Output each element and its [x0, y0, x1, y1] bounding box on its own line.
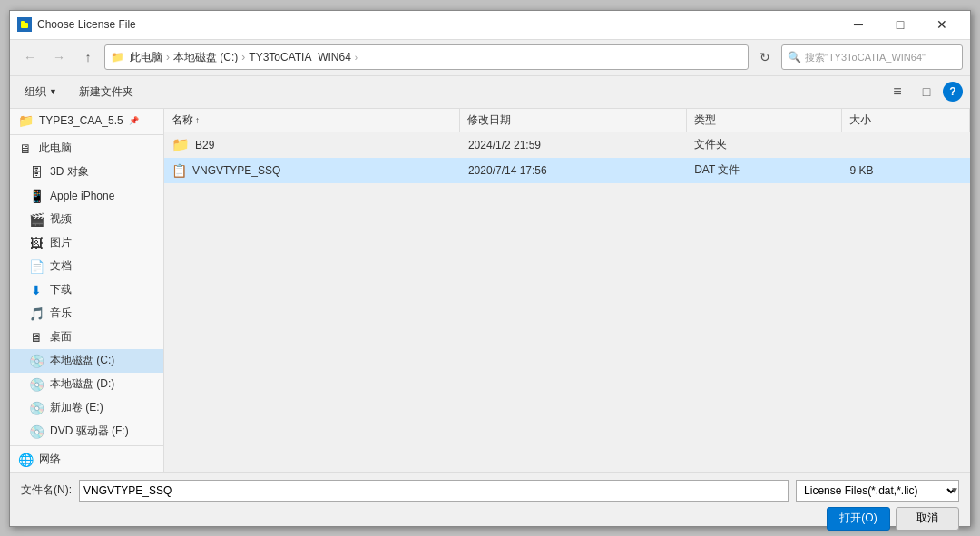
col-header-date[interactable]: 修改日期	[460, 109, 686, 132]
sidebar-item-type3[interactable]: 📁 TYPE3_CAA_5.5 📌	[10, 109, 163, 132]
sidebar-divider-1	[10, 445, 163, 446]
breadcrumb-sep-0: ›	[166, 51, 170, 63]
new-folder-button[interactable]: 新建文件夹	[72, 80, 141, 103]
close-button[interactable]: ✕	[921, 10, 963, 39]
video-icon: 🎬	[28, 211, 44, 228]
organize-label: 组织	[24, 84, 46, 100]
sidebar-label-local-c: 本地磁盘 (C:)	[50, 353, 114, 368]
sidebar-divider-0	[10, 134, 163, 135]
file-date-vngvtype: 2020/7/14 17:56	[468, 164, 547, 177]
refresh-button[interactable]: ↻	[752, 44, 778, 70]
table-row[interactable]: 📋 VNGVTYPE_SSQ 2020/7/14 17:56 DAT 文件 9 …	[164, 158, 970, 183]
open-button[interactable]: 打开(O)	[827, 507, 890, 531]
view-list-button[interactable]: ≡	[885, 79, 910, 104]
sidebar-label-apple-iphone: Apple iPhone	[50, 190, 114, 202]
file-type-vngvtype: DAT 文件	[694, 162, 740, 178]
col-header-size[interactable]: 大小	[842, 109, 970, 132]
drive-d-icon: 💿	[28, 376, 44, 393]
sort-arrow-icon: ↑	[195, 115, 200, 125]
search-bar[interactable]: 🔍 搜索"TY3ToCATIA_WIN64"	[781, 44, 963, 70]
filename-input[interactable]	[79, 480, 789, 502]
computer-icon: 🖥	[17, 141, 34, 157]
sidebar-item-3d-objects[interactable]: 🗄 3D 对象	[10, 161, 163, 184]
organize-button[interactable]: 组织 ▼	[17, 80, 64, 103]
dat-file-icon: 📋	[172, 163, 187, 178]
file-type-cell-vngvtype: DAT 文件	[687, 158, 842, 183]
col-header-name[interactable]: 名称 ↑	[164, 109, 460, 132]
sidebar-item-dvd-f[interactable]: 💿 DVD 驱动器 (F:)	[10, 420, 163, 443]
sidebar-label-local-d: 本地磁盘 (D:)	[50, 376, 114, 392]
sidebar-item-documents[interactable]: 📄 文档	[10, 255, 163, 278]
drive-c-icon: 💿	[28, 353, 44, 369]
sidebar-label-type3: TYPE3_CAA_5.5	[39, 114, 123, 127]
filetype-select[interactable]: License Files(*.dat,*.lic)	[796, 480, 959, 502]
toolbar-left: 组织 ▼ 新建文件夹	[17, 80, 141, 103]
dvd-icon: 💿	[28, 424, 44, 440]
sidebar-label-dvd-f: DVD 驱动器 (F:)	[50, 424, 129, 439]
table-row[interactable]: 📁 B29 2024/1/2 21:59 文件夹	[164, 132, 970, 158]
view-icon-button[interactable]: □	[914, 79, 939, 104]
network-icon: 🌐	[17, 452, 34, 468]
minimize-button[interactable]: ─	[838, 10, 879, 39]
sidebar-item-local-c[interactable]: 💿 本地磁盘 (C:)	[10, 349, 163, 373]
desktop-icon: 🖥	[28, 329, 44, 346]
sidebar-item-this-pc[interactable]: 🖥 此电脑	[10, 137, 163, 161]
cancel-button[interactable]: 取消	[896, 507, 959, 531]
sidebar-item-desktop[interactable]: 🖥 桌面	[10, 326, 163, 349]
content-area: 📁 TYPE3_CAA_5.5 📌 🖥 此电脑 🗄 3D 对象 📱 Apple …	[10, 109, 970, 472]
3d-objects-icon: 🗄	[28, 164, 44, 180]
svg-rect-2	[21, 21, 24, 24]
address-toolbar: ← → ↑ 📁 此电脑 › 本地磁盘 (C:) › TY3ToCATIA_WIN…	[10, 40, 970, 76]
file-name-vngvtype: VNGVTYPE_SSQ	[192, 164, 280, 177]
window-controls: ─ □ ✕	[838, 10, 963, 39]
file-size-vngvtype: 9 KB	[850, 164, 874, 177]
file-size-cell-b29	[843, 132, 970, 158]
sidebar-label-documents: 文档	[50, 258, 72, 274]
sidebar-item-apple-iphone[interactable]: 📱 Apple iPhone	[10, 184, 163, 208]
breadcrumb-part-0: 此电脑	[130, 50, 162, 65]
window-title: Choose License File	[37, 18, 838, 31]
back-button[interactable]: ←	[17, 44, 43, 70]
forward-button[interactable]: →	[46, 44, 72, 70]
sidebar-label-new-e: 新加卷 (E:)	[50, 400, 103, 415]
sidebar-label-videos: 视频	[50, 211, 72, 227]
music-icon: 🎵	[28, 306, 44, 322]
documents-icon: 📄	[28, 258, 44, 275]
address-dropdown-icon: ›	[355, 53, 358, 63]
up-button[interactable]: ↑	[75, 44, 101, 70]
breadcrumb-sep-1: ›	[241, 51, 245, 63]
file-name-b29: B29	[195, 139, 214, 151]
sidebar-item-pictures[interactable]: 🖼 图片	[10, 231, 163, 255]
breadcrumb-folder-icon: 📁	[111, 51, 124, 63]
col-header-type[interactable]: 类型	[687, 109, 843, 132]
sidebar: 📁 TYPE3_CAA_5.5 📌 🖥 此电脑 🗄 3D 对象 📱 Apple …	[10, 109, 164, 472]
sidebar-item-local-d[interactable]: 💿 本地磁盘 (D:)	[10, 373, 163, 396]
sidebar-item-new-e[interactable]: 💿 新加卷 (E:)	[10, 396, 163, 420]
action-toolbar: 组织 ▼ 新建文件夹 ≡ □ ?	[10, 76, 970, 109]
sidebar-item-music[interactable]: 🎵 音乐	[10, 302, 163, 326]
sidebar-label-3d-objects: 3D 对象	[50, 164, 89, 180]
breadcrumb-part-2: TY3ToCATIA_WIN64	[249, 51, 350, 63]
filename-row: 文件名(N): License Files(*.dat,*.lic) ▼	[21, 480, 959, 502]
toolbar-right: ≡ □ ?	[885, 79, 963, 104]
sidebar-item-network[interactable]: 🌐 网络	[10, 448, 163, 472]
file-list: 📁 B29 2024/1/2 21:59 文件夹	[164, 132, 970, 472]
organize-chevron-icon: ▼	[49, 87, 57, 96]
pin-icon: 📌	[129, 116, 139, 125]
file-size-cell-vngvtype: 9 KB	[843, 158, 970, 183]
maximize-button[interactable]: □	[879, 10, 921, 39]
filename-label: 文件名(N):	[21, 482, 72, 498]
sidebar-item-videos[interactable]: 🎬 视频	[10, 208, 163, 231]
downloads-icon: ⬇	[28, 282, 44, 298]
title-bar: Choose License File ─ □ ✕	[10, 11, 970, 40]
window-icon	[17, 17, 32, 32]
file-name-cell-vngvtype: 📋 VNGVTYPE_SSQ	[164, 158, 461, 183]
sidebar-item-downloads[interactable]: ⬇ 下载	[10, 278, 163, 302]
file-dialog-window: Choose License File ─ □ ✕ ← → ↑ 📁 此电脑 › …	[9, 10, 971, 527]
sidebar-label-this-pc: 此电脑	[39, 141, 72, 156]
breadcrumb: 📁 此电脑 › 本地磁盘 (C:) › TY3ToCATIA_WIN64 ›	[111, 50, 358, 65]
help-button[interactable]: ?	[943, 82, 963, 102]
file-type-b29: 文件夹	[694, 137, 727, 152]
file-date-b29: 2024/1/2 21:59	[468, 139, 541, 151]
address-bar[interactable]: 📁 此电脑 › 本地磁盘 (C:) › TY3ToCATIA_WIN64 ›	[104, 44, 749, 70]
